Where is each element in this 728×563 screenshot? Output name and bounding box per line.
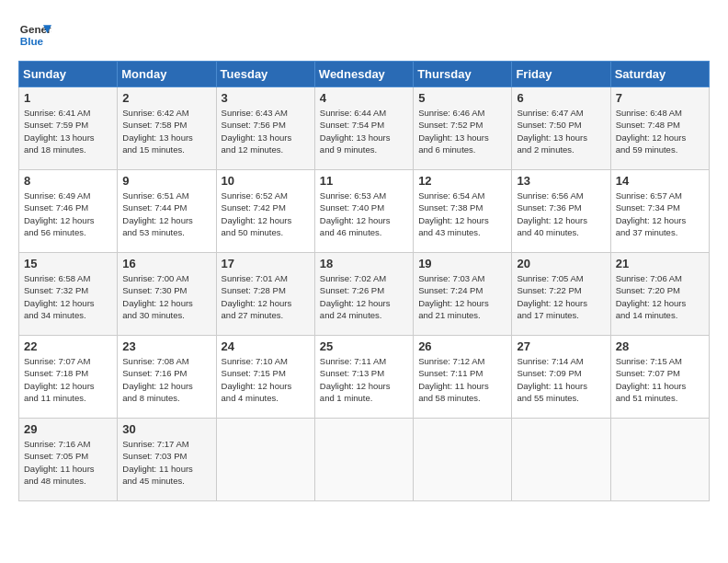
day-number: 2 (122, 91, 210, 105)
calendar-cell: 18Sunrise: 7:02 AMSunset: 7:26 PMDayligh… (314, 253, 413, 336)
svg-text:Blue: Blue (20, 35, 44, 47)
day-detail: Sunrise: 6:43 AMSunset: 7:56 PMDaylight:… (222, 107, 310, 155)
day-detail: Sunrise: 7:07 AMSunset: 7:18 PMDaylight:… (24, 355, 112, 404)
day-detail: Sunrise: 6:49 AMSunset: 7:46 PMDaylight:… (24, 190, 112, 238)
day-number: 11 (320, 174, 408, 188)
day-number: 6 (517, 91, 605, 105)
day-detail: Sunrise: 7:08 AMSunset: 7:16 PMDaylight:… (122, 355, 210, 404)
day-number: 13 (517, 174, 605, 188)
page-header: General Blue (18, 18, 710, 52)
day-number: 25 (320, 339, 408, 353)
calendar-cell: 23Sunrise: 7:08 AMSunset: 7:16 PMDayligh… (118, 336, 216, 419)
calendar-cell: 24Sunrise: 7:10 AMSunset: 7:15 PMDayligh… (216, 336, 314, 419)
calendar-cell: 30Sunrise: 7:17 AMSunset: 7:03 PMDayligh… (118, 419, 216, 501)
calendar-cell: 16Sunrise: 7:00 AMSunset: 7:30 PMDayligh… (118, 253, 216, 336)
calendar-cell (216, 419, 314, 501)
calendar-week-row: 15Sunrise: 6:58 AMSunset: 7:32 PMDayligh… (19, 253, 710, 336)
day-number: 26 (418, 339, 506, 353)
day-number: 28 (616, 339, 704, 353)
day-number: 24 (222, 339, 310, 353)
calendar-cell (414, 419, 512, 501)
day-detail: Sunrise: 7:06 AMSunset: 7:20 PMDaylight:… (616, 272, 704, 321)
day-number: 19 (418, 257, 506, 270)
day-detail: Sunrise: 7:01 AMSunset: 7:28 PMDaylight:… (222, 272, 310, 321)
calendar-cell: 29Sunrise: 7:16 AMSunset: 7:05 PMDayligh… (19, 419, 118, 501)
calendar-cell: 25Sunrise: 7:11 AMSunset: 7:13 PMDayligh… (314, 336, 413, 419)
logo-icon: General Blue (18, 18, 51, 52)
calendar-week-row: 8Sunrise: 6:49 AMSunset: 7:46 PMDaylight… (19, 170, 710, 253)
calendar-table: SundayMondayTuesdayWednesdayThursdayFrid… (18, 61, 710, 501)
day-detail: Sunrise: 7:17 AMSunset: 7:03 PMDaylight:… (122, 438, 210, 487)
calendar-cell: 21Sunrise: 7:06 AMSunset: 7:20 PMDayligh… (610, 253, 709, 336)
calendar-cell: 17Sunrise: 7:01 AMSunset: 7:28 PMDayligh… (216, 253, 314, 336)
day-detail: Sunrise: 7:11 AMSunset: 7:13 PMDaylight:… (320, 355, 408, 404)
column-header-thursday: Thursday (414, 62, 512, 87)
calendar-cell: 5Sunrise: 6:46 AMSunset: 7:52 PMDaylight… (414, 87, 512, 170)
calendar-cell: 7Sunrise: 6:48 AMSunset: 7:48 PMDaylight… (610, 87, 709, 170)
day-detail: Sunrise: 6:46 AMSunset: 7:52 PMDaylight:… (418, 107, 506, 155)
calendar-cell: 13Sunrise: 6:56 AMSunset: 7:36 PMDayligh… (512, 170, 610, 253)
day-detail: Sunrise: 6:42 AMSunset: 7:58 PMDaylight:… (122, 107, 210, 155)
calendar-cell (512, 419, 610, 501)
day-detail: Sunrise: 7:10 AMSunset: 7:15 PMDaylight:… (222, 355, 310, 404)
calendar-cell: 26Sunrise: 7:12 AMSunset: 7:11 PMDayligh… (414, 336, 512, 419)
calendar-cell: 15Sunrise: 6:58 AMSunset: 7:32 PMDayligh… (19, 253, 118, 336)
day-detail: Sunrise: 6:48 AMSunset: 7:48 PMDaylight:… (616, 107, 704, 155)
logo: General Blue (18, 18, 51, 52)
day-number: 17 (222, 257, 310, 270)
day-number: 4 (320, 91, 408, 105)
calendar-cell: 11Sunrise: 6:53 AMSunset: 7:40 PMDayligh… (314, 170, 413, 253)
column-header-saturday: Saturday (610, 62, 709, 87)
calendar-cell: 1Sunrise: 6:41 AMSunset: 7:59 PMDaylight… (19, 87, 118, 170)
day-number: 27 (517, 339, 605, 353)
day-detail: Sunrise: 6:47 AMSunset: 7:50 PMDaylight:… (517, 107, 605, 155)
column-header-sunday: Sunday (19, 62, 118, 87)
day-detail: Sunrise: 7:16 AMSunset: 7:05 PMDaylight:… (24, 438, 112, 487)
day-detail: Sunrise: 6:56 AMSunset: 7:36 PMDaylight:… (517, 190, 605, 238)
day-number: 20 (517, 257, 605, 270)
day-detail: Sunrise: 6:52 AMSunset: 7:42 PMDaylight:… (222, 190, 310, 238)
day-number: 12 (418, 174, 506, 188)
day-detail: Sunrise: 7:15 AMSunset: 7:07 PMDaylight:… (616, 355, 704, 404)
day-detail: Sunrise: 6:58 AMSunset: 7:32 PMDaylight:… (24, 272, 112, 321)
day-number: 8 (24, 174, 112, 188)
day-number: 22 (24, 339, 112, 353)
calendar-cell (314, 419, 413, 501)
calendar-cell: 14Sunrise: 6:57 AMSunset: 7:34 PMDayligh… (610, 170, 709, 253)
day-number: 15 (24, 257, 112, 270)
day-number: 18 (320, 257, 408, 270)
day-detail: Sunrise: 7:12 AMSunset: 7:11 PMDaylight:… (418, 355, 506, 404)
calendar-week-row: 1Sunrise: 6:41 AMSunset: 7:59 PMDaylight… (19, 87, 710, 170)
day-detail: Sunrise: 6:57 AMSunset: 7:34 PMDaylight:… (616, 190, 704, 238)
day-number: 16 (122, 257, 210, 270)
day-number: 29 (24, 422, 112, 436)
calendar-cell (610, 419, 709, 501)
calendar-cell: 2Sunrise: 6:42 AMSunset: 7:58 PMDaylight… (118, 87, 216, 170)
day-number: 10 (222, 174, 310, 188)
calendar-week-row: 29Sunrise: 7:16 AMSunset: 7:05 PMDayligh… (19, 419, 710, 501)
column-header-tuesday: Tuesday (216, 62, 314, 87)
day-number: 21 (616, 257, 704, 270)
calendar-cell: 3Sunrise: 6:43 AMSunset: 7:56 PMDaylight… (216, 87, 314, 170)
calendar-cell: 8Sunrise: 6:49 AMSunset: 7:46 PMDaylight… (19, 170, 118, 253)
calendar-cell: 6Sunrise: 6:47 AMSunset: 7:50 PMDaylight… (512, 87, 610, 170)
calendar-body: 1Sunrise: 6:41 AMSunset: 7:59 PMDaylight… (19, 87, 710, 501)
day-number: 7 (616, 91, 704, 105)
calendar-cell: 10Sunrise: 6:52 AMSunset: 7:42 PMDayligh… (216, 170, 314, 253)
day-number: 30 (122, 422, 210, 436)
day-number: 1 (24, 91, 112, 105)
calendar-header-row: SundayMondayTuesdayWednesdayThursdayFrid… (19, 62, 710, 87)
day-detail: Sunrise: 6:53 AMSunset: 7:40 PMDaylight:… (320, 190, 408, 238)
day-detail: Sunrise: 6:54 AMSunset: 7:38 PMDaylight:… (418, 190, 506, 238)
day-number: 9 (122, 174, 210, 188)
day-number: 14 (616, 174, 704, 188)
day-detail: Sunrise: 7:03 AMSunset: 7:24 PMDaylight:… (418, 272, 506, 321)
day-number: 3 (222, 91, 310, 105)
calendar-cell: 28Sunrise: 7:15 AMSunset: 7:07 PMDayligh… (610, 336, 709, 419)
day-detail: Sunrise: 7:02 AMSunset: 7:26 PMDaylight:… (320, 272, 408, 321)
day-detail: Sunrise: 6:41 AMSunset: 7:59 PMDaylight:… (24, 107, 112, 155)
column-header-wednesday: Wednesday (314, 62, 413, 87)
calendar-cell: 19Sunrise: 7:03 AMSunset: 7:24 PMDayligh… (414, 253, 512, 336)
day-number: 5 (418, 91, 506, 105)
day-detail: Sunrise: 7:14 AMSunset: 7:09 PMDaylight:… (517, 355, 605, 404)
